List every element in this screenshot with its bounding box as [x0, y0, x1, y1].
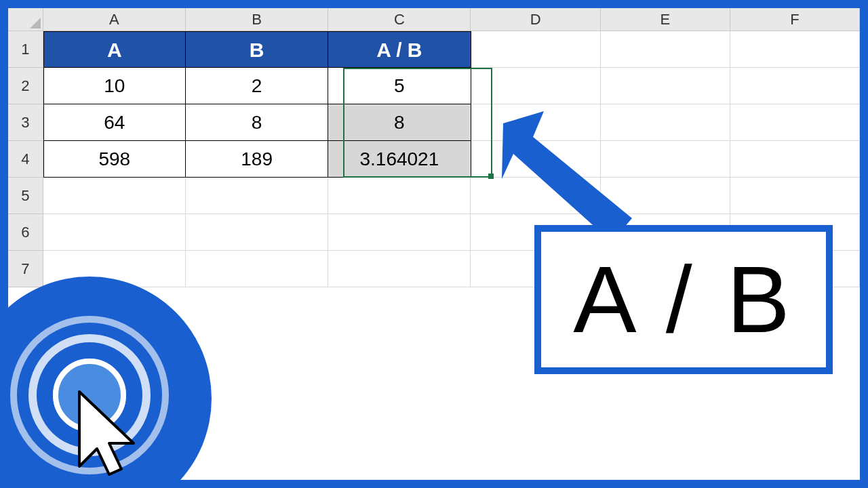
cell-C1[interactable]: A / B [328, 31, 471, 68]
cell-A2[interactable]: 10 [43, 68, 186, 104]
row-3: 3 64 8 8 [8, 104, 860, 141]
row-header-4[interactable]: 4 [8, 141, 43, 178]
svg-marker-1 [502, 111, 632, 242]
annotation-callout: A / B [534, 225, 833, 374]
cell-C4[interactable]: 3.164021 [328, 141, 471, 178]
cell-F4[interactable] [730, 141, 860, 178]
row-4: 4 598 189 3.164021 [8, 141, 860, 178]
cell-C6[interactable] [328, 214, 471, 251]
cell-A6[interactable] [43, 214, 186, 251]
cell-B1[interactable]: B [186, 31, 328, 68]
cell-F3[interactable] [730, 104, 860, 141]
col-header-B[interactable]: B [186, 8, 328, 31]
cell-A5[interactable] [43, 178, 186, 214]
select-all-triangle-icon [30, 18, 41, 28]
brand-logo-icon [0, 277, 212, 488]
row-2: 2 10 2 5 [8, 68, 860, 104]
col-header-E[interactable]: E [601, 8, 730, 31]
callout-text: A / B [573, 245, 794, 354]
row-header-3[interactable]: 3 [8, 104, 43, 141]
cell-C7[interactable] [328, 251, 471, 287]
cell-F1[interactable] [730, 31, 860, 68]
row-header-6[interactable]: 6 [8, 214, 43, 251]
cell-B3[interactable]: 8 [186, 104, 328, 141]
cell-E2[interactable] [601, 68, 730, 104]
cell-B2[interactable]: 2 [186, 68, 328, 104]
cell-B6[interactable] [186, 214, 328, 251]
row-header-5[interactable]: 5 [8, 178, 43, 214]
row-5: 5 [8, 178, 860, 214]
cell-C2[interactable]: 5 [328, 68, 471, 104]
cell-F5[interactable] [730, 178, 860, 214]
cell-A1[interactable]: A [43, 31, 186, 68]
cell-B5[interactable] [186, 178, 328, 214]
cell-C3[interactable]: 8 [328, 104, 471, 141]
row-header-1[interactable]: 1 [8, 31, 43, 68]
cell-C5[interactable] [328, 178, 471, 214]
row-header-2[interactable]: 2 [8, 68, 43, 104]
cell-A4[interactable]: 598 [43, 141, 186, 178]
cell-D1[interactable] [471, 31, 601, 68]
select-all-corner[interactable] [8, 8, 43, 31]
cell-A3[interactable]: 64 [43, 104, 186, 141]
row-1: 1 A B A / B [8, 31, 860, 68]
col-header-C[interactable]: C [328, 8, 471, 31]
column-header-row: A B C D E F [8, 8, 860, 31]
col-header-D[interactable]: D [471, 8, 600, 31]
svg-marker-0 [30, 18, 41, 28]
cell-E1[interactable] [601, 31, 730, 68]
cell-F2[interactable] [730, 68, 860, 104]
cell-D2[interactable] [471, 68, 601, 104]
cell-B4[interactable]: 189 [186, 141, 328, 178]
col-header-A[interactable]: A [43, 8, 186, 31]
app-frame: A B C D E F 1 A B A / B 2 10 2 [0, 0, 868, 488]
col-header-F[interactable]: F [730, 8, 860, 31]
